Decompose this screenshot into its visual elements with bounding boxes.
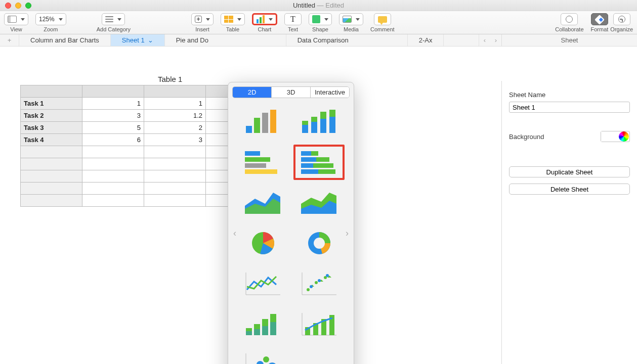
insert-tool: + Insert (191, 13, 214, 32)
svg-rect-16 (301, 151, 311, 156)
duplicate-sheet-button[interactable]: Duplicate Sheet (509, 166, 630, 177)
table-row[interactable]: Task 231.2 (21, 110, 228, 122)
chart-tab-2d[interactable]: 2D (233, 87, 271, 98)
sheet-tab[interactable]: Column and Bar Charts (19, 34, 111, 46)
table-row[interactable]: Task 111 (21, 98, 228, 110)
svg-rect-3 (270, 110, 276, 133)
svg-rect-18 (301, 157, 316, 162)
chart-type-scatter[interactable] (293, 266, 345, 301)
insert-label: Insert (195, 26, 209, 32)
media-button[interactable] (339, 13, 363, 25)
svg-rect-23 (318, 169, 335, 174)
svg-point-30 (314, 238, 325, 249)
table-row[interactable]: Task 463 (21, 134, 228, 146)
svg-point-43 (326, 274, 329, 277)
table-title[interactable]: Table 1 (158, 75, 182, 83)
chart-type-area[interactable] (237, 185, 288, 220)
chart-tab-interactive[interactable]: Interactive (310, 87, 349, 98)
add-category-tool: Add Category (97, 13, 131, 32)
table-row[interactable] (21, 158, 228, 170)
table-row[interactable] (21, 146, 228, 158)
svg-rect-8 (320, 119, 326, 133)
table-row[interactable] (21, 170, 228, 183)
comment-button[interactable] (374, 13, 391, 25)
chart-type-column-3d-look[interactable] (237, 306, 288, 342)
media-label: Media (344, 26, 359, 32)
svg-rect-11 (329, 110, 335, 117)
svg-rect-50 (262, 326, 268, 335)
chart-tab-3d[interactable]: 3D (271, 87, 310, 98)
media-tool: Media (339, 13, 363, 32)
svg-rect-20 (301, 163, 313, 168)
collaborate-button[interactable] (561, 13, 578, 25)
format-button[interactable] (591, 13, 608, 25)
sheet-tab[interactable]: 2-Ax (408, 34, 444, 46)
sheet-tab[interactable]: Data Comparison (286, 34, 408, 46)
sheet-name-label: Sheet Name (509, 91, 545, 99)
sheet-name-input[interactable] (509, 102, 630, 113)
table-row[interactable] (21, 195, 228, 207)
organize-label: Organize (610, 26, 633, 32)
table-row[interactable] (21, 183, 228, 195)
add-category-button[interactable] (102, 13, 125, 25)
chart-type-bubble[interactable] (237, 347, 288, 364)
image-icon (343, 16, 352, 23)
table-button[interactable] (221, 13, 245, 25)
zoom-label: Zoom (44, 26, 58, 32)
sheet-tabs-nav: ‹ › (479, 34, 501, 46)
sheet-tab[interactable]: Sheet 1⌄ (111, 34, 165, 46)
organize-icon (618, 16, 625, 23)
chart-dimension-segmented-control: 2D 3D Interactive (232, 86, 350, 98)
svg-rect-9 (320, 112, 326, 119)
insert-button[interactable]: + (191, 13, 214, 25)
chart-type-clustered-column[interactable] (237, 104, 288, 140)
sheet-tabs-prev[interactable]: ‹ (479, 36, 490, 44)
inspector-tab-sheet[interactable]: Sheet (501, 34, 637, 47)
shape-button[interactable] (309, 13, 332, 25)
collaborate-tool: Collaborate (555, 13, 583, 32)
svg-rect-1 (254, 118, 260, 133)
add-sheet-button[interactable]: + (0, 34, 19, 46)
chart-type-donut[interactable] (293, 225, 345, 261)
svg-point-35 (307, 288, 310, 291)
background-color-well[interactable] (601, 131, 630, 142)
document-title: Untitled (293, 2, 315, 9)
text-button[interactable]: T (284, 13, 302, 25)
zoom-tool: 125% Zoom (35, 13, 66, 32)
svg-point-41 (310, 285, 313, 288)
sheet-tabs-next[interactable]: › (490, 36, 501, 44)
paint-icon (594, 15, 605, 25)
chart-button[interactable] (252, 13, 277, 25)
view-button[interactable] (4, 13, 28, 25)
svg-rect-22 (301, 169, 318, 174)
chart-type-pie[interactable] (237, 225, 288, 261)
chart-icon (257, 15, 265, 23)
spreadsheet-table[interactable]: Task 111Task 231.2Task 352Task 463 (20, 85, 228, 207)
chart-type-stacked-bar[interactable] (293, 145, 345, 180)
window-titlebar: Untitled — Edited (0, 0, 637, 11)
chart-picker-popover: 2D 3D Interactive ‹ › (228, 82, 354, 364)
chart-type-clustered-bar[interactable] (237, 145, 288, 180)
table-tool: Table (221, 13, 245, 32)
sheet-tab[interactable]: Pie and Do (165, 34, 286, 46)
svg-rect-4 (302, 125, 308, 133)
svg-point-62 (263, 356, 269, 362)
list-icon (105, 16, 113, 22)
chart-label: Chart (258, 26, 272, 32)
shape-label: Shape (312, 26, 328, 32)
svg-rect-14 (245, 163, 266, 168)
plus-icon: + (195, 16, 202, 23)
chart-type-mixed[interactable] (293, 306, 345, 342)
document-edited-indicator: — Edited (317, 2, 344, 9)
organize-tool: Organize (610, 13, 633, 32)
zoom-button[interactable]: 125% (35, 13, 66, 25)
chart-type-stacked-column[interactable] (293, 104, 345, 140)
delete-sheet-button[interactable]: Delete Sheet (509, 184, 630, 195)
sheet-canvas[interactable]: Table 1 Task 111Task 231.2Task 352Task 4… (0, 47, 637, 364)
organize-button[interactable] (613, 13, 630, 25)
comment-tool: Comment (370, 13, 395, 32)
chart-type-stacked-area[interactable] (293, 185, 345, 220)
svg-rect-17 (311, 151, 318, 156)
chart-type-line[interactable] (237, 266, 288, 301)
table-row[interactable]: Task 352 (21, 122, 228, 134)
